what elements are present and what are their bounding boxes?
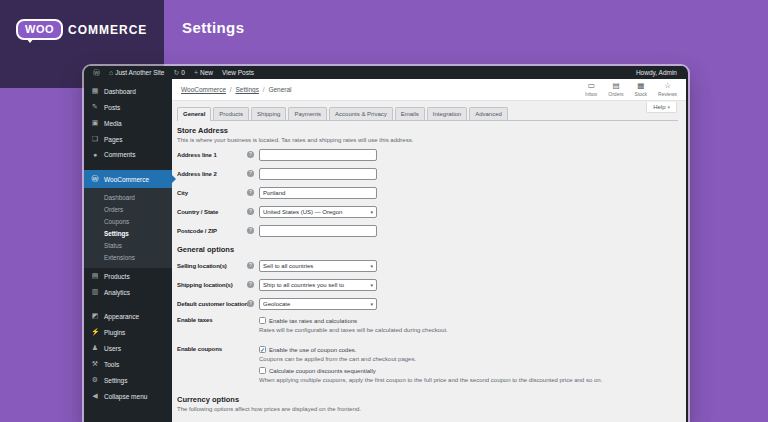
form-row-default-customer-location: Default customer location ? Geolocate ▾ <box>177 294 678 313</box>
sidebar-item-appearance[interactable]: ◩ Appearance <box>84 308 172 324</box>
sidebar-item-comments[interactable]: ● Comments <box>84 147 172 162</box>
help-tip-icon[interactable]: ? <box>247 262 254 269</box>
tab-products[interactable]: Products <box>213 107 249 120</box>
activity-reviews-button[interactable]: ☆ Reviews <box>658 82 677 97</box>
chevron-down-icon: ▾ <box>370 282 373 288</box>
chevron-down-icon: ▾ <box>370 263 373 269</box>
updates-menu[interactable]: ↻ 0 <box>173 69 185 77</box>
tab-shipping[interactable]: Shipping <box>251 107 286 120</box>
help-button[interactable]: Help▾ <box>646 102 677 113</box>
selling-location-select[interactable]: Sell to all countries ▾ <box>259 260 377 272</box>
new-menu[interactable]: + New <box>194 69 213 76</box>
tab-integration[interactable]: Integration <box>427 107 467 120</box>
plus-icon: + <box>194 69 198 76</box>
settings-tabs: General Products Shipping Payments Accou… <box>177 107 678 121</box>
home-icon: ⌂ <box>109 69 113 76</box>
sidebar-item-woocommerce[interactable]: Ⓦ WooCommerce <box>84 170 172 188</box>
help-tip-icon[interactable]: ? <box>247 189 254 196</box>
activity-orders-button[interactable]: ▤ Orders <box>608 82 623 97</box>
site-menu[interactable]: ⌂ Just Another Site <box>109 69 164 76</box>
city-field[interactable] <box>259 187 377 199</box>
breadcrumb-link-woocommerce[interactable]: WooCommerce <box>181 86 226 93</box>
store-address-description: This is where your business is located. … <box>177 137 678 143</box>
wp-sidebar: ▦ Dashboard ✎ Posts ▣ Media ❏ Pages ● Co… <box>84 79 172 422</box>
sidebar-item-settings[interactable]: ⚙ Settings <box>84 372 172 388</box>
orders-icon: ▤ <box>612 82 619 90</box>
sidebar-item-label: Users <box>104 345 121 352</box>
dashboard-icon: ▦ <box>91 87 99 95</box>
postcode-zip-field[interactable] <box>259 225 377 237</box>
sidebar-item-plugins[interactable]: ⚡ Plugins <box>84 324 172 340</box>
tab-general[interactable]: General <box>177 107 211 121</box>
section-title-store-address: Store Address <box>177 126 678 135</box>
settings-icon: ⚙ <box>91 376 99 384</box>
sidebar-item-label: Collapse menu <box>104 393 147 400</box>
address-line-1-field[interactable] <box>259 149 377 161</box>
submenu-item-extensions[interactable]: Extensions <box>84 251 172 263</box>
help-tip-icon[interactable]: ? <box>247 300 254 307</box>
field-label: Enable taxes <box>177 317 247 323</box>
submenu-item-settings[interactable]: Settings <box>84 227 172 239</box>
tab-payments[interactable]: Payments <box>288 107 327 120</box>
star-icon: ☆ <box>664 82 671 90</box>
sidebar-item-analytics[interactable]: ▥ Analytics <box>84 284 172 300</box>
address-line-2-field[interactable] <box>259 168 377 180</box>
shipping-location-select[interactable]: Ship to all countries you sell to ▾ <box>259 279 377 291</box>
wordpress-logo-icon[interactable]: Ⓦ <box>93 68 100 78</box>
howdy-admin-menu[interactable]: Howdy, Admin <box>636 69 677 76</box>
sidebar-item-label: Appearance <box>104 313 139 320</box>
sidebar-item-pages[interactable]: ❏ Pages <box>84 131 172 147</box>
sidebar-item-label: Products <box>104 273 130 280</box>
checkbox-unchecked-icon[interactable] <box>259 367 266 374</box>
activity-inbox-button[interactable]: ▭ Inbox <box>585 82 597 97</box>
help-tip-icon[interactable]: ? <box>247 208 254 215</box>
tab-emails[interactable]: Emails <box>395 107 425 120</box>
field-label: City <box>177 190 247 196</box>
field-note: Coupons can be applied from the cart and… <box>259 356 602 362</box>
wc-admin-header: WooCommerce / Settings / General ▭ Inbox… <box>172 79 686 101</box>
help-tip-icon[interactable]: ? <box>247 281 254 288</box>
sidebar-item-posts[interactable]: ✎ Posts <box>84 99 172 115</box>
sidebar-item-dashboard[interactable]: ▦ Dashboard <box>84 83 172 99</box>
sidebar-item-media[interactable]: ▣ Media <box>84 115 172 131</box>
checkbox-unchecked-icon[interactable] <box>259 317 266 324</box>
view-posts-menu[interactable]: View Posts <box>222 69 254 76</box>
sidebar-item-label: Pages <box>104 136 122 143</box>
tools-icon: ⚒ <box>91 360 99 368</box>
breadcrumb-separator: / <box>230 86 232 93</box>
activity-label: Inbox <box>585 91 597 97</box>
sidebar-item-users[interactable]: ♟ Users <box>84 340 172 356</box>
view-posts-label: View Posts <box>222 69 254 76</box>
country-state-select[interactable]: United States (US) — Oregon ▾ <box>259 206 377 218</box>
tab-accounts-privacy[interactable]: Accounts & Privacy <box>329 107 393 120</box>
form-row-enable-coupons: Enable coupons ✓ Enable the use of coupo… <box>177 342 678 383</box>
submenu-item-dashboard[interactable]: Dashboard <box>84 191 172 203</box>
sidebar-item-products[interactable]: ▤ Products <box>84 268 172 284</box>
admin-screenshot-window: Ⓦ ⌂ Just Another Site ↻ 0 + New View Pos… <box>84 66 688 422</box>
section-title-currency-options: Currency options <box>177 395 678 404</box>
field-label: Postcode / ZIP <box>177 228 247 234</box>
products-icon: ▤ <box>91 272 99 280</box>
activity-stock-button[interactable]: ▦ Stock <box>635 82 648 97</box>
woocommerce-submenu: Dashboard Orders Coupons Settings Status… <box>84 188 172 268</box>
sidebar-item-label: Analytics <box>104 289 130 296</box>
settings-body: General Products Shipping Payments Accou… <box>172 101 686 422</box>
help-tip-icon[interactable]: ? <box>247 170 254 177</box>
submenu-item-orders[interactable]: Orders <box>84 203 172 215</box>
tab-advanced[interactable]: Advanced <box>469 107 508 120</box>
woocommerce-logo: WOO COMMERCE <box>16 19 147 40</box>
default-customer-location-select[interactable]: Geolocate ▾ <box>259 298 377 310</box>
activity-label: Stock <box>635 91 648 97</box>
analytics-icon: ▥ <box>91 288 99 296</box>
page-title: Settings <box>182 19 244 36</box>
submenu-item-status[interactable]: Status <box>84 239 172 251</box>
breadcrumb-link-settings[interactable]: Settings <box>235 86 259 93</box>
sidebar-item-collapse-menu[interactable]: ◀ Collapse menu <box>84 388 172 404</box>
sidebar-item-tools[interactable]: ⚒ Tools <box>84 356 172 372</box>
help-tip-icon[interactable]: ? <box>247 151 254 158</box>
submenu-item-coupons[interactable]: Coupons <box>84 215 172 227</box>
help-tip-icon[interactable]: ? <box>247 227 254 234</box>
checkbox-checked-icon[interactable]: ✓ <box>259 346 266 353</box>
comments-icon: ● <box>91 151 99 158</box>
selected-value: Sell to all countries <box>263 263 313 269</box>
